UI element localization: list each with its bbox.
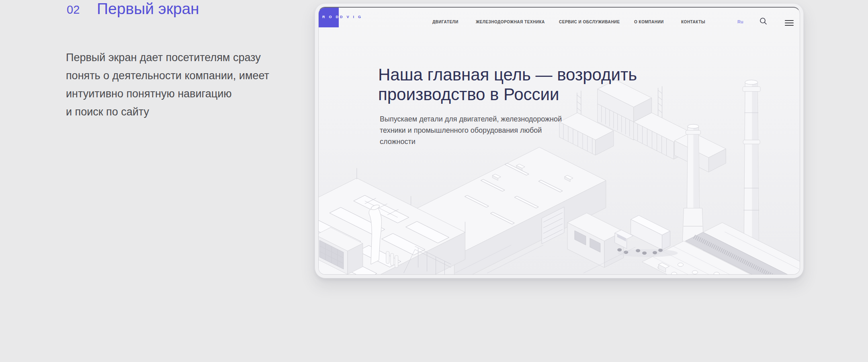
logo-rest-letters: DVIG xyxy=(340,8,365,27)
website-mockup-frame: ROD DVIG ДВИГАТЕЛИ ЖЕЛЕЗНОДОРОЖНАЯ ТЕХНИ… xyxy=(315,3,804,278)
menu-icon[interactable] xyxy=(785,20,794,27)
search-icon[interactable] xyxy=(760,17,767,25)
logo-block: ROD xyxy=(319,8,339,27)
page: 02 Первый экран Первый экран дает посети… xyxy=(0,0,868,362)
section-title: Первый экран xyxy=(97,0,199,18)
site-logo[interactable]: ROD DVIG xyxy=(319,8,365,27)
nav-item-about[interactable]: О КОМПАНИИ xyxy=(634,20,664,24)
nav-item-engines[interactable]: ДВИГАТЕЛИ xyxy=(432,20,459,24)
section-description: Первый экран дает посетителям сразу поня… xyxy=(66,49,269,121)
hero-title: Наша главная цель — возродить производст… xyxy=(378,65,637,104)
nav-item-contacts[interactable]: КОНТАКТЫ xyxy=(681,20,705,24)
language-toggle[interactable]: Ru xyxy=(737,19,743,24)
nav-item-railway[interactable]: ЖЕЛЕЗНОДОРОЖНАЯ ТЕХНИКА xyxy=(476,20,545,24)
nav-item-service[interactable]: СЕРВИС И ОБСЛУЖИВАНИЕ xyxy=(559,20,620,24)
hero-subtitle: Выпускаем детали для двигателей, железно… xyxy=(380,113,562,147)
section-number: 02 xyxy=(67,3,80,16)
website-screenshot: ROD DVIG ДВИГАТЕЛИ ЖЕЛЕЗНОДОРОЖНАЯ ТЕХНИ… xyxy=(318,7,800,275)
